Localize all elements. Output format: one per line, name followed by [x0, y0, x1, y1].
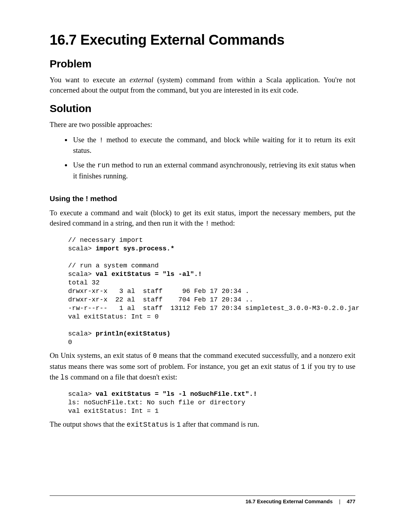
footer-title: 16.7 Executing External Commands	[245, 499, 333, 504]
bullet-item: Use the ! method to execute the command,…	[72, 135, 355, 156]
text: is	[168, 420, 177, 428]
page-number: 477	[347, 499, 355, 504]
text: method:	[209, 219, 235, 227]
page-footer: 16.7 Executing External Commands | 477	[50, 495, 355, 504]
code-line: scala> import sys.process.*	[68, 245, 174, 253]
code-block-1: // necessary import scala> import sys.pr…	[50, 236, 355, 347]
text: Use the	[73, 136, 99, 144]
emphasis: external	[129, 76, 153, 84]
code-line: scala> val exitStatus = "ls -al".!	[68, 271, 202, 278]
page: 16.7 Executing External Commands Problem…	[0, 0, 405, 532]
code-line: val exitStatus: Int = 0	[68, 313, 159, 321]
inline-code: exitStatus	[127, 421, 168, 429]
prompt: scala>	[68, 390, 96, 398]
code-line: ls: noSuchFile.txt: No such file or dire…	[68, 399, 245, 406]
code-line: drwxr-xr-x 3 al staff 96 Feb 17 20:34 .	[68, 288, 249, 295]
mid-paragraph: On Unix systems, an exit status of 0 mea…	[50, 350, 355, 383]
text: method to run an external command asynch…	[73, 161, 355, 179]
inline-code: !	[99, 137, 104, 144]
code-line: val exitStatus: Int = 1	[68, 408, 159, 415]
code-bold: import sys.process.*	[96, 245, 174, 253]
using-bang-heading: Using the ! method	[50, 194, 355, 203]
using-bang-paragraph: To execute a command and wait (block) to…	[50, 208, 355, 229]
code-line: drwxr-xr-x 22 al staff 704 Feb 17 20:34 …	[68, 296, 253, 304]
solution-intro: There are two possible approaches:	[50, 120, 355, 130]
last-paragraph: The output shows that the exitStatus is …	[50, 419, 355, 430]
code-line: -rw-r--r-- 1 al staff 13112 Feb 17 20:34…	[68, 305, 360, 312]
inline-code: 1	[301, 363, 305, 371]
text: On Unix systems, an exit status of	[50, 351, 153, 359]
text: after that command is run.	[181, 420, 259, 428]
text: method to execute the command, and block…	[73, 136, 355, 154]
problem-heading: Problem	[50, 58, 355, 70]
code-bold: val exitStatus = "ls -l noSuchFile.txt".…	[96, 390, 257, 398]
inline-code: 0	[153, 352, 157, 360]
code-block-2: scala> val exitStatus = "ls -l noSuchFil…	[50, 390, 355, 416]
inline-code: ls	[60, 374, 68, 382]
prompt: scala>	[68, 271, 96, 278]
code-bold: val exitStatus = "ls -al".!	[96, 271, 202, 278]
problem-paragraph: You want to execute an external (system)…	[50, 75, 355, 95]
prompt: scala>	[68, 245, 96, 253]
text: To execute a command and wait (block) to…	[50, 209, 355, 227]
code-line: total 32	[68, 279, 100, 287]
inline-code: 1	[177, 421, 181, 429]
footer-separator: |	[339, 499, 340, 504]
code-line: scala> println(exitStatus)	[68, 330, 171, 338]
code-line: 0	[68, 339, 72, 346]
prompt: scala>	[68, 330, 96, 338]
text: The output shows that the	[50, 420, 127, 428]
text: command on a file that doesn't exist:	[69, 373, 177, 381]
bullet-item: Use the run method to run an external co…	[72, 160, 355, 181]
solution-bullets: Use the ! method to execute the command,…	[50, 135, 355, 181]
text: Use the	[73, 161, 97, 169]
code-line: // run a system command	[68, 262, 159, 270]
inline-code: !	[205, 220, 209, 228]
code-line: scala> val exitStatus = "ls -l noSuchFil…	[68, 390, 257, 398]
code-line: // necessary import	[68, 237, 143, 244]
section-title: 16.7 Executing External Commands	[50, 32, 355, 48]
solution-heading: Solution	[50, 102, 355, 115]
code-bold: println(exitStatus)	[96, 330, 171, 338]
inline-code: run	[97, 162, 110, 170]
